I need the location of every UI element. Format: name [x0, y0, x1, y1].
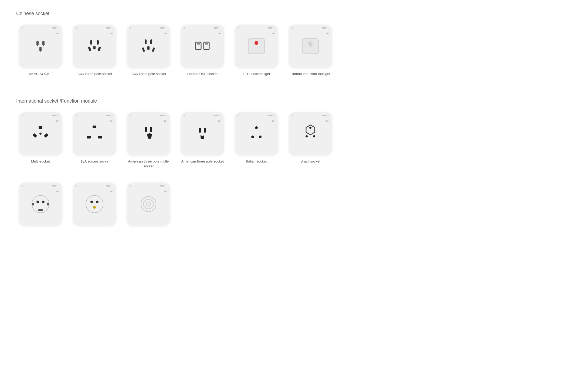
item-fr-socket: OFF —1ON	[70, 183, 119, 229]
svg-point-24	[39, 133, 42, 135]
socket-icon-16a	[27, 33, 54, 60]
socket-icon-eu	[27, 191, 54, 218]
item-us-three-multi: OFF —1ON American three pole multi-socke…	[124, 112, 173, 169]
svg-rect-17	[248, 39, 265, 54]
section-title-international: International socket /Function module	[16, 98, 567, 104]
socket-icon-fr	[81, 191, 108, 218]
item-wireless: OFF —1ON	[124, 183, 173, 229]
svg-rect-10	[142, 47, 145, 52]
item-led-light: OFF —1ON LED indicate light	[232, 25, 281, 76]
svg-point-20	[309, 43, 311, 45]
item-label-us-multi: American three pole multi-socket	[124, 159, 173, 169]
svg-rect-9	[150, 39, 152, 44]
extra-socket-section: OFF —1ON OFF —1ON	[16, 183, 567, 229]
svg-rect-26	[87, 136, 91, 138]
item-label-multi: Multi-socket	[31, 159, 50, 164]
dot-tl	[292, 27, 293, 29]
svg-rect-31	[199, 128, 201, 133]
socket-box-fr: OFF —1ON	[73, 183, 116, 226]
svg-rect-45	[38, 209, 43, 211]
international-socket-grid: OFF —1ON Multi-socket OFF —1ON	[16, 112, 567, 169]
label-top: OFF —1ON	[214, 114, 221, 123]
svg-point-39	[313, 135, 315, 137]
svg-point-47	[90, 201, 93, 203]
label-top: OFF —1ON	[160, 114, 167, 123]
socket-icon-led	[243, 33, 270, 60]
dot-tl	[22, 115, 23, 116]
chinese-socket-section: Chinese socket OFF —1ON 16A AC SOCKET	[16, 11, 567, 76]
label-top: OFF —1ON	[52, 27, 59, 35]
socket-box-multi: OFF —1ON	[19, 112, 62, 155]
svg-rect-25	[93, 126, 96, 128]
label-top: OFF —1ON	[52, 114, 59, 123]
label-top: OFF —1ON	[106, 114, 113, 123]
item-italian: OFF —1ON Italian socket	[232, 112, 281, 164]
svg-point-18	[255, 41, 258, 45]
svg-rect-11	[152, 47, 155, 52]
socket-box-wireless: OFF —1ON	[127, 183, 170, 226]
socket-icon-multi	[27, 120, 54, 147]
item-us-three-single: OFF —1ON American three pole socket	[178, 112, 227, 164]
socket-box-13a: OFF —1ON	[73, 112, 116, 155]
socket-icon-double-usb	[189, 33, 216, 60]
socket-icon-us-multi	[135, 120, 162, 147]
item-label-brazil: Brazil socket	[300, 159, 320, 164]
dot-tl	[76, 185, 77, 187]
label-top: OFF —1ON	[106, 27, 113, 35]
label-top: OFF —1ON	[322, 27, 329, 35]
item-eu-socket: OFF —1ON	[16, 183, 65, 229]
svg-rect-21	[39, 126, 42, 129]
item-23pole-2: OFF —1ON Two/Three pole socket	[124, 25, 173, 76]
socket-box-us-single: OFF —1ON	[181, 112, 224, 155]
svg-point-42	[42, 201, 45, 203]
svg-rect-1	[42, 41, 45, 46]
item-label-us-single: American three pole socket	[181, 159, 224, 164]
svg-point-51	[144, 199, 153, 209]
international-socket-section: International socket /Function module OF…	[16, 98, 567, 169]
svg-rect-15	[197, 43, 200, 45]
socket-box-brazil: OFF —1ON	[289, 112, 332, 155]
item-brazil: OFF —1ON Brazil socket	[286, 112, 335, 164]
socket-box-italian: OFF —1ON	[235, 112, 278, 155]
socket-box-human-induction: OFF —1ON	[289, 25, 332, 68]
dot-tl	[22, 27, 23, 29]
dot-tl	[238, 115, 239, 116]
dot-tl	[292, 115, 293, 116]
socket-box-23pole-1: OFF —1ON	[73, 25, 116, 68]
svg-rect-6	[98, 46, 101, 51]
svg-rect-29	[150, 127, 152, 132]
extra-socket-grid: OFF —1ON OFF —1ON	[16, 183, 567, 229]
svg-rect-3	[90, 40, 92, 45]
item-23pole-1: OFF —1ON Two/Three pole socket	[70, 25, 119, 76]
socket-box-led: OFF —1ON	[235, 25, 278, 68]
item-human-induction: OFF —1ON Human induction footlight	[286, 25, 335, 76]
dot-tl	[76, 27, 77, 29]
svg-rect-16	[205, 43, 208, 45]
svg-rect-28	[145, 127, 147, 132]
socket-icon-human-induction	[297, 33, 324, 60]
socket-box-23pole-2: OFF —1ON	[127, 25, 170, 68]
item-13a-square: OFF —1ON 13A square socke	[70, 112, 119, 164]
socket-icon-italian	[243, 120, 270, 147]
section-divider-1	[16, 90, 567, 90]
item-label-16a: 16A AC SOCKET	[27, 72, 54, 76]
socket-icon-us-single	[189, 120, 216, 147]
dot-tl	[184, 27, 185, 29]
item-multi-socket: OFF —1ON Multi-socket	[16, 112, 65, 164]
label-top: OFF —1ON	[214, 27, 221, 35]
dot-tl	[76, 115, 77, 116]
svg-rect-22	[33, 133, 37, 138]
dot-tl	[238, 27, 239, 29]
svg-point-48	[96, 201, 99, 203]
svg-point-50	[141, 197, 156, 212]
svg-rect-44	[47, 203, 49, 205]
item-16a-ac: OFF —1ON 16A AC SOCKET	[16, 25, 65, 76]
socket-icon-wireless	[135, 191, 162, 218]
socket-icon-13a	[81, 120, 108, 147]
dot-tl	[130, 27, 131, 29]
svg-point-35	[259, 136, 262, 138]
label-top: OFF —1ON	[322, 114, 329, 123]
label-top: OFF —1ON	[52, 185, 59, 193]
item-double-usb: OFF —1ON Double USB socket	[178, 25, 227, 76]
item-label-23pole-2: Two/Three pole socket	[131, 72, 166, 76]
